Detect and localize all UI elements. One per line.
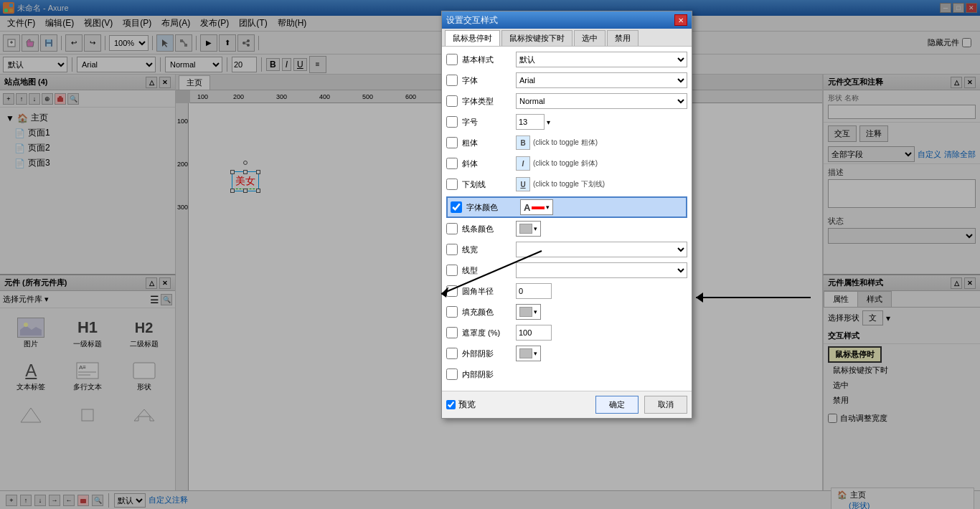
label-font-type: 字体类型 [462, 96, 516, 107]
label-font: 字体 [462, 75, 516, 86]
line-color-picker[interactable]: ▾ [516, 221, 541, 237]
dialog-row-line-type: 线型 [446, 262, 687, 279]
toggle-bold[interactable]: B [516, 135, 530, 150]
checkbox-font[interactable] [446, 75, 458, 86]
dialog-title-bar: 设置交互样式 ✕ [442, 11, 692, 29]
label-inner-shadow: 内部阴影 [462, 369, 516, 380]
dialog-footer: 预览 确定 取消 [442, 391, 692, 418]
control-outer-shadow: ▾ [516, 346, 687, 361]
dialog-row-font-type: 字体类型 Normal Bold [446, 92, 687, 110]
toggle-underline-hint: (click to toggle 下划线) [533, 179, 605, 189]
toggle-italic-hint: (click to toggle 斜体) [533, 158, 598, 168]
dialog-tab-hover[interactable]: 鼠标悬停时 [445, 30, 500, 46]
font-size-dropdown-icon[interactable]: ▾ [547, 118, 550, 126]
select-font[interactable]: Arial [516, 72, 687, 88]
checkbox-line-color[interactable] [446, 223, 458, 234]
preview-label: 预览 [458, 399, 476, 411]
control-line-color: ▾ [516, 221, 687, 237]
dialog-tab-mousedown[interactable]: 鼠标按键按下时 [501, 30, 573, 46]
checkbox-opacity[interactable] [446, 327, 458, 338]
dialog-row-font: 字体 Arial [446, 72, 687, 89]
checkbox-font-color[interactable] [451, 201, 462, 213]
dialog-buttons: 确定 取消 [595, 396, 687, 414]
dialog-tab-selected[interactable]: 选中 [574, 30, 606, 46]
dialog-row-inner-shadow: 内部阴影 [446, 366, 687, 383]
select-line-type[interactable] [516, 262, 687, 278]
label-bold: 粗体 [462, 138, 516, 148]
svg-marker-32 [696, 292, 703, 303]
control-italic: I (click to toggle 斜体) [516, 156, 687, 171]
fill-color-swatch [519, 307, 532, 317]
control-font-color: A ▾ [520, 199, 683, 215]
outer-shadow-swatch [519, 348, 532, 358]
control-underline: U (click to toggle 下划线) [516, 177, 687, 191]
dialog-row-base-style: 基本样式 默认 [446, 51, 687, 68]
label-italic: 斜体 [462, 158, 516, 169]
control-line-width [516, 242, 687, 257]
checkbox-font-type[interactable] [446, 95, 458, 107]
dialog-ok-button[interactable]: 确定 [595, 396, 639, 414]
label-fill-color: 填充颜色 [462, 307, 516, 318]
outer-shadow-dropdown[interactable]: ▾ [534, 350, 537, 357]
preview-checkbox[interactable] [446, 400, 456, 409]
font-color-dropdown[interactable]: ▾ [546, 204, 550, 211]
font-color-letter: A [524, 202, 530, 213]
input-corner-radius[interactable] [516, 283, 552, 299]
dialog-tabs: 鼠标悬停时 鼠标按键按下时 选中 禁用 [442, 29, 692, 47]
label-opacity: 遮罩度 (%) [462, 328, 516, 338]
select-line-width[interactable] [516, 242, 687, 257]
checkbox-bold[interactable] [446, 137, 458, 148]
label-line-type: 线型 [462, 265, 516, 276]
fill-color-picker[interactable]: ▾ [516, 304, 541, 320]
dialog-cancel-button[interactable]: 取消 [644, 396, 687, 414]
toggle-italic[interactable]: I [516, 156, 530, 171]
control-opacity [516, 325, 687, 341]
control-base-style: 默认 [516, 52, 687, 67]
line-color-dropdown[interactable]: ▾ [534, 225, 537, 232]
dialog-row-opacity: 遮罩度 (%) [446, 324, 687, 341]
dialog-row-italic: 斜体 I (click to toggle 斜体) [446, 155, 687, 172]
checkbox-outer-shadow[interactable] [446, 348, 458, 359]
checkbox-fill-color[interactable] [446, 306, 458, 318]
checkbox-italic[interactable] [446, 158, 458, 169]
select-font-type[interactable]: Normal Bold [516, 93, 687, 109]
toggle-bold-hint: (click to toggle 粗体) [533, 138, 598, 148]
font-color-picker[interactable]: A ▾ [520, 199, 553, 215]
dialog-row-bold: 粗体 B (click to toggle 粗体) [446, 134, 687, 151]
label-line-color: 线条颜色 [462, 224, 516, 234]
label-underline: 下划线 [462, 179, 516, 190]
dialog-row-outer-shadow: 外部阴影 ▾ [446, 345, 687, 362]
dialog-close-btn[interactable]: ✕ [674, 14, 687, 26]
dialog-row-font-color: 字体颜色 A ▾ [446, 196, 687, 218]
dialog-row-line-width: 线宽 [446, 241, 687, 258]
select-base-style[interactable]: 默认 [516, 52, 687, 67]
fill-color-dropdown[interactable]: ▾ [534, 308, 537, 315]
dialog-row-line-color: 线条颜色 ▾ [446, 220, 687, 237]
dialog-row-underline: 下划线 U (click to toggle 下划线) [446, 176, 687, 193]
input-opacity[interactable] [516, 325, 552, 341]
font-color-bar [532, 206, 545, 209]
outer-shadow-picker[interactable]: ▾ [516, 346, 541, 361]
checkbox-underline[interactable] [446, 179, 458, 190]
dialog-tab-disabled[interactable]: 禁用 [607, 30, 639, 46]
toggle-underline[interactable]: U [516, 177, 530, 191]
checkbox-corner-radius[interactable] [446, 285, 458, 297]
checkbox-line-type[interactable] [446, 265, 458, 276]
checkbox-line-width[interactable] [446, 244, 458, 255]
checkbox-base-style[interactable] [446, 54, 458, 65]
control-fill-color: ▾ [516, 304, 687, 320]
dialog-row-fill-color: 填充颜色 ▾ [446, 303, 687, 320]
label-font-color: 字体颜色 [466, 202, 520, 213]
checkbox-font-size[interactable] [446, 116, 458, 128]
dialog-row-font-size: 字号 ▾ [446, 113, 687, 130]
dialog-interaction-style: 设置交互样式 ✕ 鼠标悬停时 鼠标按键按下时 选中 禁用 基本样式 默认 [441, 11, 692, 419]
control-font-type: Normal Bold [516, 93, 687, 109]
checkbox-inner-shadow[interactable] [446, 368, 458, 380]
dialog-title: 设置交互样式 [446, 14, 498, 27]
control-font: Arial [516, 72, 687, 88]
control-corner-radius [516, 283, 687, 299]
control-line-type [516, 262, 687, 278]
dialog-preview-row: 预览 [446, 399, 476, 411]
label-line-width: 线宽 [462, 244, 516, 255]
input-font-size[interactable] [516, 114, 545, 130]
